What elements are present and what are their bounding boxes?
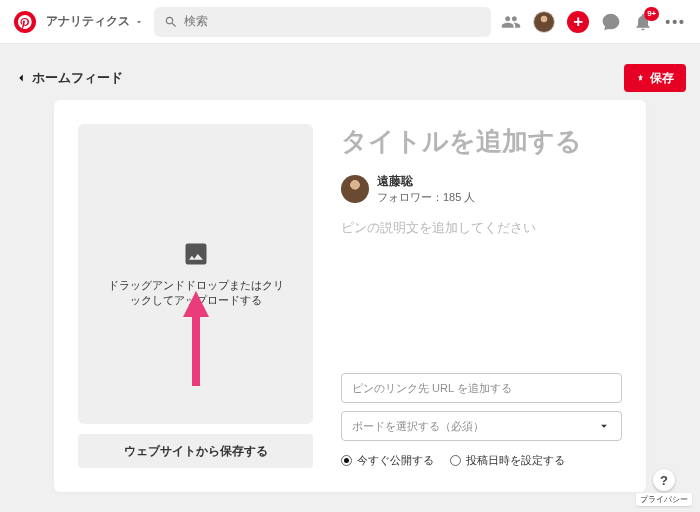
save-from-website-button[interactable]: ウェブサイトから保存する [78, 434, 313, 468]
save-label: 保存 [650, 70, 674, 87]
messages-icon[interactable] [601, 12, 621, 32]
search-placeholder: 検索 [184, 13, 208, 30]
dropzone-text: ドラッグアンドドロップまたはクリックしてアップロードする [104, 278, 287, 308]
search-input[interactable]: 検索 [154, 7, 491, 37]
image-icon [182, 240, 210, 268]
followers-count: フォロワー：185 人 [377, 190, 475, 205]
top-bar: アナリティクス 検索 + 9+ ••• [0, 0, 700, 44]
upload-column: ドラッグアンドドロップまたはクリックしてアップロードする ウェブサイトから保存す… [78, 124, 313, 468]
publish-now-label: 今すぐ公開する [357, 453, 434, 468]
page-body: ホームフィード 保存 ドラッグアンドドロップまたはクリックしてアップロードする … [0, 44, 700, 492]
chevron-down-icon [597, 419, 611, 433]
pinterest-logo[interactable] [14, 11, 36, 33]
privacy-corner: ? プライバシー [636, 469, 692, 506]
avatar-small[interactable] [533, 11, 555, 33]
board-select[interactable]: ボードを選択する（必須） [341, 411, 622, 441]
board-placeholder: ボードを選択する（必須） [352, 419, 484, 434]
author-name: 遠藤聡 [377, 173, 475, 190]
url-placeholder: ピンのリンク先 URL を追加する [352, 381, 512, 396]
pin-icon [636, 72, 645, 84]
help-button[interactable]: ? [653, 469, 675, 491]
description-input[interactable]: ピンの説明文を追加してください [341, 219, 622, 237]
author-row: 遠藤聡 フォロワー：185 人 [341, 173, 622, 205]
add-button[interactable]: + [567, 11, 589, 33]
search-icon [164, 15, 178, 29]
url-input[interactable]: ピンのリンク先 URL を追加する [341, 373, 622, 403]
back-label: ホームフィード [32, 69, 123, 87]
privacy-label[interactable]: プライバシー [636, 493, 692, 506]
avatar[interactable] [341, 175, 369, 203]
chevron-left-icon [14, 71, 28, 85]
chevron-down-icon [134, 17, 144, 27]
radio-dot-icon [450, 455, 461, 466]
analytics-label: アナリティクス [46, 13, 130, 30]
analytics-dropdown[interactable]: アナリティクス [46, 13, 144, 30]
more-menu[interactable]: ••• [665, 14, 686, 30]
create-pin-card: ドラッグアンドドロップまたはクリックしてアップロードする ウェブサイトから保存す… [54, 100, 646, 492]
title-input[interactable]: タイトルを追加する [341, 124, 622, 159]
back-crumb[interactable]: ホームフィード [14, 69, 123, 87]
pinterest-icon [18, 15, 32, 29]
schedule-radio[interactable]: 投稿日時を設定する [450, 453, 565, 468]
publish-now-radio[interactable]: 今すぐ公開する [341, 453, 434, 468]
save-button[interactable]: 保存 [624, 64, 686, 92]
website-button-label: ウェブサイトから保存する [124, 443, 268, 460]
form-column: タイトルを追加する 遠藤聡 フォロワー：185 人 ピンの説明文を追加してくださ… [341, 124, 622, 468]
radio-dot-icon [341, 455, 352, 466]
notifications-icon[interactable]: 9+ [633, 12, 653, 32]
crumb-bar: ホームフィード 保存 [14, 64, 686, 92]
publish-options: 今すぐ公開する 投稿日時を設定する [341, 453, 622, 468]
schedule-label: 投稿日時を設定する [466, 453, 565, 468]
people-icon[interactable] [501, 12, 521, 32]
topbar-right: + 9+ ••• [501, 11, 686, 33]
notification-badge: 9+ [644, 7, 659, 21]
upload-dropzone[interactable]: ドラッグアンドドロップまたはクリックしてアップロードする [78, 124, 313, 424]
